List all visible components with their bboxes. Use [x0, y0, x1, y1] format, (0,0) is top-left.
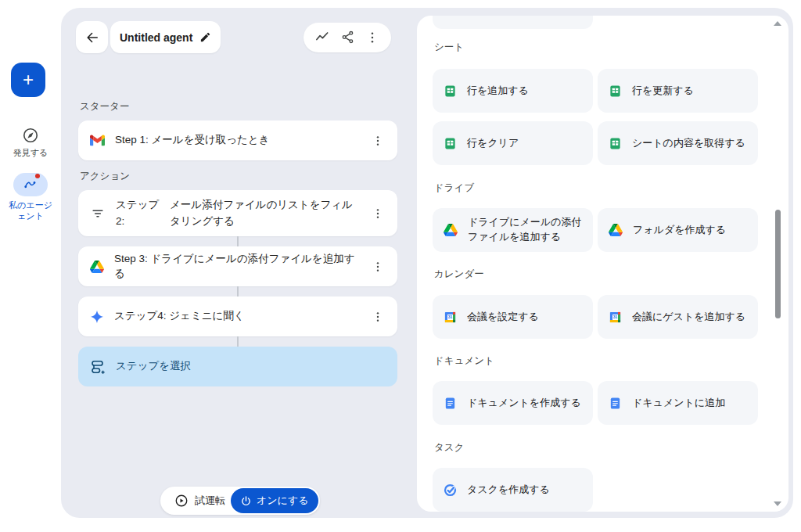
share-icon[interactable] — [339, 30, 355, 45]
step-menu-kebab-icon[interactable] — [370, 133, 386, 149]
sheets-icon — [444, 84, 457, 98]
group-title-docs: ドキュメント — [434, 355, 788, 367]
action-card[interactable]: フォルダを作成する — [598, 208, 758, 252]
app-rail: + 発見する 私のエージェント — [0, 0, 61, 532]
step-connector-line — [237, 286, 239, 297]
action-card-label: 行を更新する — [632, 84, 694, 99]
sheets-icon — [609, 137, 622, 150]
tasks-icon — [444, 483, 457, 497]
step-description: メール添付ファイルのリストをフィルタリングする — [170, 197, 360, 230]
test-run-label: 試運転 — [195, 494, 225, 508]
svg-text:31: 31 — [448, 315, 453, 319]
agent-title: Untitled agent — [120, 31, 192, 44]
action-card-label: 会議にゲストを追加する — [632, 310, 745, 325]
sidebar-item-label: 発見する — [0, 148, 61, 159]
my-agents-active-pill — [13, 173, 48, 196]
calendar-icon: 31 — [444, 311, 457, 324]
step-picker-panel: シート 行を追加する 行を更新する 行をクリア シートの内容を取得する ドライブ — [417, 16, 788, 512]
scrollbar-down-arrow-icon[interactable] — [774, 501, 781, 506]
turn-on-label: オンにする — [257, 494, 309, 508]
step-label: Step 1: メールを受け取ったとき — [115, 133, 270, 148]
group-title-sheets: シート — [434, 41, 788, 53]
action-card[interactable]: ドキュメントに追加 — [598, 381, 758, 425]
select-step-card[interactable]: ステップを選択 — [78, 347, 397, 386]
workflow-step-list: スターター Step 1: メールを受け取ったとき アクション — [78, 100, 397, 386]
action-card-label: フォルダを作成する — [633, 223, 726, 238]
action-card[interactable]: 行を更新する — [598, 69, 758, 113]
new-agent-button[interactable]: + — [11, 63, 45, 97]
topbar-actions-pill — [304, 23, 391, 52]
docs-icon — [444, 397, 457, 410]
scrollbar-thumb[interactable] — [775, 210, 781, 318]
group-title-calendar: カレンダー — [434, 268, 788, 280]
select-step-label: ステップを選択 — [116, 359, 191, 374]
workflow-step-1[interactable]: Step 1: メールを受け取ったとき — [78, 120, 397, 160]
step-menu-kebab-icon[interactable] — [370, 309, 386, 325]
test-run-button[interactable]: 試運転 — [162, 488, 231, 513]
drive-icon — [444, 224, 458, 236]
svg-text:31: 31 — [613, 315, 618, 319]
arrow-back-icon — [84, 30, 100, 45]
action-card-label: 行をクリア — [467, 136, 519, 151]
clipped-action-card[interactable] — [433, 16, 593, 29]
action-card-label: シートの内容を取得する — [632, 136, 745, 151]
action-card-label: 会議を設定する — [467, 310, 539, 325]
action-group-sheets: 行を追加する 行を更新する 行をクリア シートの内容を取得する — [433, 69, 788, 165]
step-connector-line — [237, 336, 239, 347]
action-card[interactable]: 31 会議を設定する — [433, 295, 593, 339]
editor-topbar: Untitled agent — [76, 21, 391, 53]
step-label: ステップ 2: — [116, 197, 160, 230]
play-circle-icon — [174, 494, 189, 508]
action-card[interactable]: 31 会議にゲストを追加する — [598, 295, 758, 339]
sheets-icon — [444, 137, 457, 150]
step-connector-line — [237, 236, 239, 246]
action-card[interactable]: ドライブにメールの添付ファイルを追加する — [433, 208, 593, 252]
group-title-tasks: タスク — [434, 442, 788, 454]
action-card[interactable]: 行を追加する — [433, 69, 593, 113]
back-button[interactable] — [76, 21, 108, 53]
action-group-tasks: タスクを作成する — [433, 468, 788, 512]
action-card-label: ドキュメントに追加 — [632, 396, 725, 411]
action-card-label: タスクを作成する — [467, 483, 550, 498]
notification-dot — [35, 174, 40, 178]
action-card[interactable]: ドキュメントを作成する — [433, 381, 593, 425]
turn-on-button[interactable]: オンにする — [231, 488, 318, 513]
agent-title-field[interactable]: Untitled agent — [110, 21, 221, 53]
power-icon — [240, 495, 252, 507]
agent-editor-canvas: Untitled agent — [61, 8, 793, 518]
workflow-step-3[interactable]: Step 3: ドライブにメールの添付ファイルを追加する — [78, 246, 397, 286]
action-card-label: 行を追加する — [467, 84, 529, 99]
edit-pencil-icon[interactable] — [199, 31, 211, 43]
docs-icon — [609, 397, 622, 410]
step-label: ステップ4: ジェミニに聞く — [114, 309, 245, 324]
workflow-step-2[interactable]: ステップ 2: メール添付ファイルのリストをフィルタリングする — [78, 190, 397, 236]
action-card[interactable]: シートの内容を取得する — [598, 121, 758, 165]
plus-icon: + — [23, 69, 34, 91]
step-label: Step 3: ドライブにメールの添付ファイルを追加する — [114, 252, 360, 282]
step-menu-kebab-icon[interactable] — [370, 259, 386, 275]
filter-icon — [90, 206, 106, 221]
sidebar-item-label: 私のエージェント — [0, 200, 61, 222]
workflow-step-4[interactable]: ステップ4: ジェミニに聞く — [78, 297, 397, 336]
compass-icon — [0, 127, 61, 144]
more-options-kebab-icon[interactable] — [365, 30, 380, 45]
action-card[interactable]: タスクを作成する — [433, 468, 593, 512]
drive-icon — [90, 261, 104, 273]
action-group-drive: ドライブにメールの添付ファイルを追加する フォルダを作成する — [433, 208, 788, 252]
agents-route-icon — [23, 177, 38, 192]
action-card-label: ドキュメントを作成する — [467, 396, 581, 411]
sidebar-item-discover[interactable]: 発見する — [0, 127, 61, 159]
action-card[interactable]: 行をクリア — [433, 121, 593, 165]
sidebar-item-my-agents[interactable]: 私のエージェント — [0, 173, 61, 222]
scrollbar-up-arrow-icon[interactable] — [774, 21, 781, 26]
sheets-icon — [609, 84, 622, 98]
action-group-docs: ドキュメントを作成する ドキュメントに追加 — [433, 381, 788, 425]
step-menu-kebab-icon[interactable] — [370, 206, 386, 221]
gemini-icon — [90, 310, 104, 324]
action-section-label: アクション — [80, 170, 397, 183]
calendar-icon: 31 — [609, 311, 622, 324]
run-controls-bar: 試運転 オンにする — [160, 487, 320, 515]
group-title-drive: ドライブ — [434, 182, 788, 194]
activity-icon[interactable] — [314, 30, 330, 45]
add-step-flow-icon — [90, 359, 106, 375]
